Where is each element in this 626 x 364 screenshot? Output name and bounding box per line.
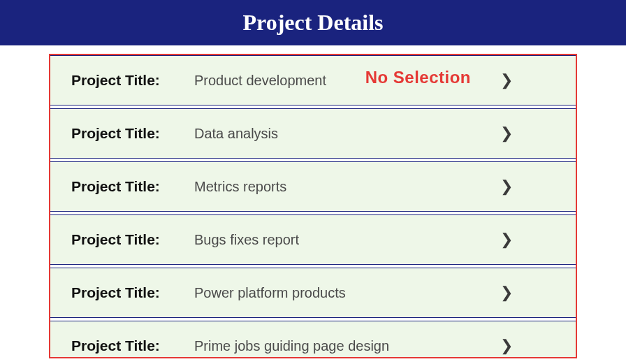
no-selection-annotation: No Selection — [365, 68, 471, 87]
project-title-label: Project Title: — [71, 72, 190, 89]
chevron-right-icon: ❯ — [500, 284, 555, 302]
page-header: Project Details — [0, 0, 626, 45]
chevron-right-icon: ❯ — [500, 231, 555, 249]
project-title-value: Data analysis — [190, 126, 500, 142]
project-title-label: Project Title: — [71, 284, 190, 301]
project-list-item[interactable]: Project Title: Data analysis ❯ — [50, 108, 576, 159]
project-list-item[interactable]: Project Title: Bugs fixes report ❯ — [50, 214, 576, 265]
project-list-container: No Selection Project Title: Product deve… — [49, 54, 577, 358]
chevron-right-icon: ❯ — [500, 337, 555, 355]
project-title-value: Prime jobs guiding page design — [190, 338, 500, 354]
project-title-value: Metrics reports — [190, 179, 500, 195]
project-title-value: Bugs fixes report — [190, 232, 500, 248]
project-title-label: Project Title: — [71, 337, 190, 354]
page-title: Project Details — [242, 10, 383, 35]
project-list-item[interactable]: Project Title: Prime jobs guiding page d… — [50, 321, 576, 358]
project-list-item[interactable]: Project Title: Metrics reports ❯ — [50, 161, 576, 212]
chevron-right-icon: ❯ — [500, 124, 555, 143]
chevron-right-icon: ❯ — [500, 71, 555, 89]
project-list-item[interactable]: Project Title: Power platform products ❯ — [50, 268, 576, 318]
project-title-label: Project Title: — [71, 231, 190, 248]
project-title-label: Project Title: — [71, 178, 190, 195]
project-list-item[interactable]: Project Title: Product development ❯ — [50, 55, 576, 105]
project-title-label: Project Title: — [71, 125, 190, 142]
project-title-value: Power platform products — [190, 285, 500, 301]
chevron-right-icon: ❯ — [500, 177, 555, 196]
